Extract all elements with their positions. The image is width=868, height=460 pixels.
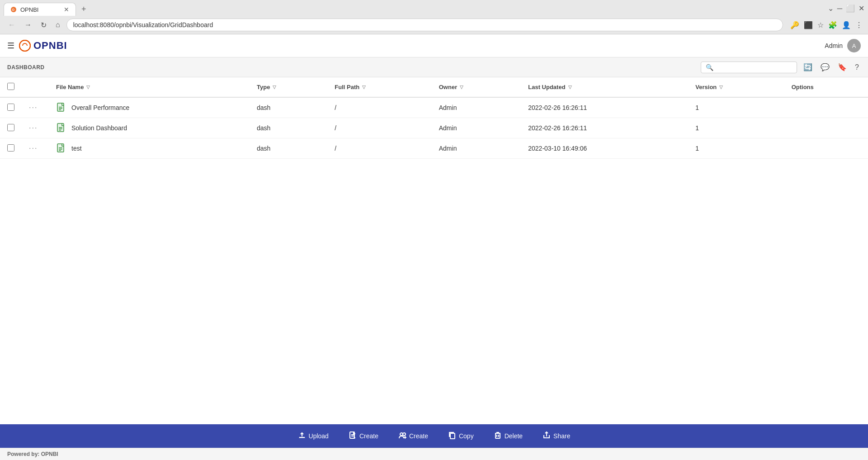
three-dots-menu-0[interactable]: ··· [29,104,38,111]
row-type-2: dash [250,138,327,159]
row-options-col-1 [784,118,868,138]
chat-button[interactable]: 💬 [819,61,831,73]
svg-rect-4 [59,107,62,108]
avatar[interactable]: A [847,39,861,52]
cast-icon[interactable]: ⬛ [804,21,813,29]
three-dots-menu-2[interactable]: ··· [29,144,38,152]
svg-rect-12 [59,147,62,148]
row-options-1[interactable]: ··· [22,118,49,138]
search-input[interactable] [716,64,792,71]
svg-text:O: O [12,8,15,11]
table-row: ··· Overall Performance [0,97,868,118]
upload-icon [298,431,306,441]
extensions-icon[interactable]: 🧩 [828,21,837,29]
hamburger-menu[interactable]: ☰ [7,41,14,51]
table-row: ··· test dash / [0,138,868,159]
upload-label: Upload [309,432,329,440]
table-row: ··· Solution Dashboard [0,118,868,138]
select-all-cell [0,77,22,97]
svg-rect-8 [59,127,62,128]
address-text: localhost:8080/opnbi/Visualization/GridD… [73,21,776,28]
row-filename-0: Overall Performance [49,97,250,118]
new-tab-button[interactable]: + [78,3,90,16]
row-options-0[interactable]: ··· [22,97,49,118]
type-filter-icon[interactable]: ▽ [273,85,276,90]
row-options-col-2 [784,138,868,159]
browser-tab[interactable]: O OPNBI ✕ [4,3,76,16]
delete-button[interactable]: Delete [484,426,533,446]
copy-icon [448,431,456,441]
row-type-0: dash [250,97,327,118]
more-icon[interactable]: ⋮ [855,21,863,29]
svg-rect-15 [299,437,305,438]
svg-rect-9 [59,128,62,129]
close-window-button[interactable]: ✕ [859,4,864,13]
footer-brand: OPNBI [41,451,58,457]
admin-name: Admin [825,42,843,49]
refresh-button[interactable]: 🔄 [802,61,814,73]
tab-favicon: O [10,6,17,13]
row-checkbox-2[interactable] [7,144,14,152]
row-owner-1: Admin [432,118,521,138]
footer: Powered by: OPNBI [0,448,868,460]
row-checkbox-1[interactable] [7,124,14,131]
owner-header: Owner ▽ [432,77,521,97]
minimize-button[interactable]: ─ [837,5,842,13]
bookmark-icon[interactable]: ☆ [817,21,824,29]
create2-label: Create [409,432,428,440]
create-button-2[interactable]: Create [388,426,438,446]
delete-icon [494,431,502,441]
share-label: Share [553,432,570,440]
create-button-1[interactable]: Create [339,426,388,446]
tab-list-icon[interactable]: ⌄ [828,4,834,13]
version-header: Version ▽ [688,77,784,97]
row-options-2[interactable]: ··· [22,138,49,159]
profile-icon[interactable]: 👤 [842,21,851,29]
owner-filter-icon[interactable]: ▽ [460,85,463,90]
row-checkbox-cell-1 [0,118,22,138]
search-icon: 🔍 [706,64,713,71]
password-icon[interactable]: 🔑 [790,21,799,29]
svg-rect-26 [495,433,500,438]
row-type-1: dash [250,118,327,138]
back-button[interactable]: ← [5,20,18,30]
search-box: 🔍 [701,62,797,73]
svg-rect-10 [59,130,61,131]
options-header [22,77,49,97]
copy-button[interactable]: Copy [438,426,484,446]
bottom-toolbar: Upload Create Create [0,424,868,448]
brand-logo: OPNBI [19,40,67,52]
row-fullpath-0: / [327,97,431,118]
tab-close-button[interactable]: ✕ [64,6,69,13]
upload-button[interactable]: Upload [288,426,339,446]
svg-rect-25 [450,433,455,439]
options-col-header: Options [784,77,868,97]
row-checkbox-0[interactable] [7,104,14,111]
table-body: ··· Overall Performance [0,97,868,159]
bookmark-list-button[interactable]: 🔖 [836,61,849,73]
restore-button[interactable]: ⬜ [846,4,855,13]
reload-button[interactable]: ↻ [38,20,49,30]
row-owner-2: Admin [432,138,521,159]
row-filename-2: test [49,138,250,159]
home-button[interactable]: ⌂ [53,20,63,30]
filename-filter-icon[interactable]: ▽ [86,85,90,90]
row-version-1: 1 [688,118,784,138]
help-button[interactable]: ? [853,62,861,73]
create1-icon [349,431,357,441]
dashboard-header: DASHBOARD 🔍 🔄 💬 🔖 ? [0,57,868,77]
fullpath-header: Full Path ▽ [327,77,431,97]
forward-button[interactable]: → [22,20,34,30]
three-dots-menu-1[interactable]: ··· [29,124,38,132]
fullpath-filter-icon[interactable]: ▽ [362,85,366,90]
brand-icon [19,40,31,52]
svg-rect-14 [59,150,61,151]
share-button[interactable]: Share [533,426,580,446]
svg-point-2 [19,40,30,51]
row-fullpath-1: / [327,118,431,138]
footer-text: Powered by: [7,451,41,457]
svg-rect-13 [59,149,62,150]
lastupdated-filter-icon[interactable]: ▽ [568,85,572,90]
select-all-checkbox[interactable] [7,83,14,90]
version-filter-icon[interactable]: ▽ [719,85,723,90]
